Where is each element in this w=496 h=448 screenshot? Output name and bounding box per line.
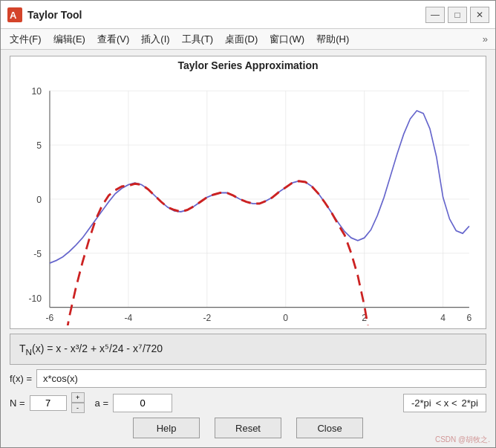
svg-text:-6: -6 (46, 311, 54, 323)
svg-text:10: 10 (31, 85, 41, 97)
help-button[interactable]: Help (133, 418, 200, 438)
menu-view[interactable]: 查看(V) (91, 30, 135, 48)
menu-file[interactable]: 文件(F) (4, 30, 48, 48)
menu-edit[interactable]: 编辑(E) (48, 30, 91, 48)
n-input[interactable] (30, 395, 67, 411)
chart-container: Taylor Series Approximation (10, 56, 486, 329)
n-spinner: + - (71, 392, 85, 413)
svg-text:-5: -5 (33, 247, 42, 259)
menu-insert[interactable]: 插入(I) (135, 30, 175, 48)
chart-title: Taylor Series Approximation (10, 56, 486, 73)
svg-text:0: 0 (283, 311, 288, 323)
formula-box: TN(x) = x - x³/2 + x⁵/24 - x⁷/720 (10, 334, 486, 365)
window-title: Taylor Tool (27, 9, 425, 21)
buttons-row: Help Reset Close (10, 418, 486, 441)
svg-text:-2: -2 (203, 311, 211, 323)
n-a-row: N = + - a = -2*pi < x < 2*pi (10, 392, 486, 413)
close-button[interactable]: Close (296, 418, 363, 438)
range-upper: 2*pi (462, 397, 478, 409)
maximize-button[interactable]: □ (448, 7, 467, 23)
n-decrement-button[interactable]: - (71, 403, 85, 413)
svg-text:4: 4 (440, 311, 446, 323)
chart-svg: 10 5 0 -5 -10 -6 -4 -2 0 2 4 6 (10, 73, 486, 325)
svg-text:5: 5 (36, 139, 42, 151)
a-input[interactable] (113, 394, 172, 412)
app-icon: A (7, 7, 23, 23)
range-lt1: < x < (436, 397, 457, 409)
menu-desktop[interactable]: 桌面(D) (219, 30, 264, 48)
chart-svg-wrapper: 10 5 0 -5 -10 -6 -4 -2 0 2 4 6 (10, 73, 486, 325)
titlebar: A Taylor Tool — □ ✕ (1, 1, 495, 29)
menu-help[interactable]: 帮助(H) (310, 30, 355, 48)
svg-text:0: 0 (36, 193, 42, 205)
n-increment-button[interactable]: + (71, 392, 85, 403)
svg-text:-4: -4 (125, 311, 133, 323)
fx-input[interactable]: x*cos(x) (36, 369, 486, 388)
formula-text: TN(x) = x - x³/2 + x⁵/24 - x⁷/720 (19, 343, 163, 357)
svg-text:-10: -10 (28, 293, 42, 305)
close-window-button[interactable]: ✕ (470, 7, 489, 23)
menubar: 文件(F) 编辑(E) 查看(V) 插入(I) 工具(T) 桌面(D) 窗口(W… (1, 29, 495, 50)
menu-window[interactable]: 窗口(W) (264, 30, 310, 48)
window-controls: — □ ✕ (425, 7, 489, 23)
n-label: N = (10, 397, 25, 409)
svg-text:6: 6 (467, 311, 472, 323)
range-box: -2*pi < x < 2*pi (403, 394, 486, 412)
range-lower: -2*pi (411, 397, 431, 409)
fx-row: f(x) = x*cos(x) (10, 369, 486, 388)
svg-text:A: A (10, 10, 17, 21)
reset-button[interactable]: Reset (215, 418, 281, 438)
menu-overflow-arrow[interactable]: » (478, 31, 492, 47)
fx-label: f(x) = (10, 373, 32, 384)
a-label: a = (95, 397, 108, 409)
menu-tools[interactable]: 工具(T) (176, 30, 220, 48)
main-window: A Taylor Tool — □ ✕ 文件(F) 编辑(E) 查看(V) 插入… (0, 0, 496, 448)
content-area: Taylor Series Approximation (1, 50, 495, 447)
minimize-button[interactable]: — (425, 7, 445, 23)
